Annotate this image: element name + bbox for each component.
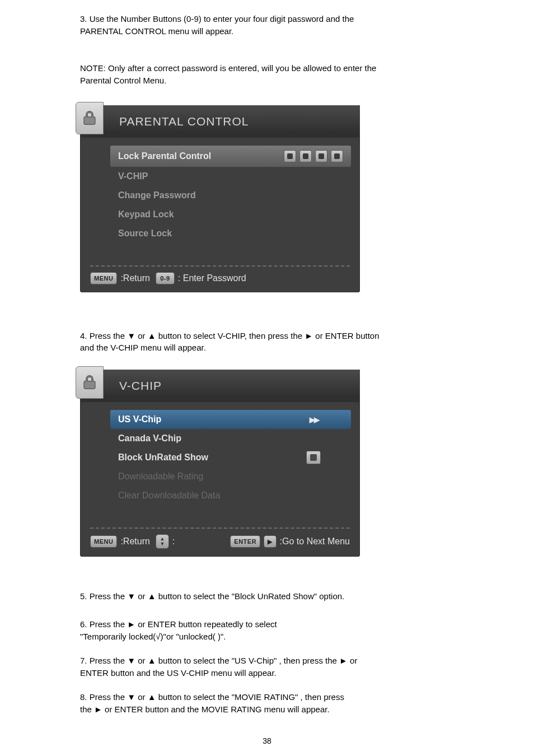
menu-item-label: Downloadable Rating (118, 472, 343, 482)
step-8-line1: 8. Press the ▼ or ▲ button to select the… (80, 692, 500, 703)
menu-item-block-unrated[interactable]: Block UnRated Show (118, 448, 343, 467)
menu-item-label: US V-Chip (118, 414, 310, 424)
go-next-label: :Go to Next Menu (280, 536, 350, 547)
menu-item-downloadable-rating: Downloadable Rating (118, 467, 343, 486)
menu-item-keypad-lock[interactable]: Keypad Lock (118, 205, 343, 224)
step-3-line1: 3. Use the Number Buttons (0-9) to enter… (80, 13, 461, 25)
password-box-3[interactable] (315, 150, 327, 162)
menu-item-label: Change Password (118, 190, 343, 200)
password-box-2[interactable] (299, 150, 312, 162)
enter-keycap: ENTER (230, 535, 260, 548)
password-box-1[interactable] (284, 150, 296, 162)
osd1-divider (90, 265, 350, 267)
page-number: 38 (0, 736, 534, 746)
menu-item-canada-vchip[interactable]: Canada V-Chip (118, 429, 343, 448)
updown-keycap: ▲ ▼ (156, 534, 169, 549)
checkbox-indicator[interactable] (306, 451, 321, 464)
menu-item-label: Lock Parental Control (118, 151, 284, 161)
step-6-line2: "Temporarily locked(√)"or "unlocked( )". (80, 631, 500, 642)
password-box-4[interactable] (331, 150, 343, 162)
lock-tab-icon (76, 102, 104, 134)
down-triangle-icon: ▼ (160, 542, 165, 547)
lock-tab-icon (76, 366, 104, 399)
osd2-items: US V-Chip ▶▶ Canada V-Chip Block UnRated… (80, 402, 360, 522)
step-3-note-line1: NOTE: Only after a correct password is e… (80, 63, 472, 74)
step-8-line2: the ► or ENTER button and the MOVIE RATI… (80, 704, 500, 715)
step-7-line2: ENTER button and the US V-CHIP menu will… (80, 668, 500, 679)
colon-label: : (172, 536, 175, 547)
step-4-line2: and the V-CHIP menu will appear. (80, 342, 500, 353)
osd1-header: PARENTAL CONTROL (80, 105, 360, 138)
step-6-line1: 6. Press the ► or ENTER button repeatedl… (80, 619, 500, 630)
osd2-header: V-CHIP (80, 370, 360, 402)
menu-item-source-lock[interactable]: Source Lock (118, 224, 343, 243)
step-4-line1: 4. Press the ▼ or ▲ button to select V-C… (80, 330, 500, 342)
step-3-line2: PARENTAL CONTROL menu will appear. (80, 26, 461, 37)
osd1-title: PARENTAL CONTROL (119, 115, 249, 128)
osd1-items: Lock Parental Control V-CHIP Change Pass… (80, 138, 360, 260)
menu-item-label: Canada V-Chip (118, 433, 343, 444)
osd2-title: V-CHIP (119, 379, 162, 393)
step-5: 5. Press the ▼ or ▲ button to select the… (80, 591, 500, 602)
menu-keycap: MENU (90, 535, 117, 548)
osd2-footer: MENU :Return ▲ ▼ : ENTER ▶ :Go to Next M… (80, 531, 360, 557)
lock-icon (81, 110, 98, 127)
return-label: :Return (120, 273, 149, 283)
menu-item-clear-downloadable: Clear Downloadable Data (118, 486, 343, 505)
osd-parental-control: PARENTAL CONTROL Lock Parental Control V… (80, 105, 360, 292)
step-3-note-line2: Parental Control Menu. (80, 75, 472, 86)
menu-keycap: MENU (90, 272, 117, 284)
menu-item-change-password[interactable]: Change Password (118, 186, 343, 205)
osd2-divider (90, 528, 350, 529)
osd1-footer: MENU :Return 0-9 : Enter Password (80, 269, 360, 292)
menu-item-vchip[interactable]: V-CHIP (118, 167, 343, 186)
menu-item-label: Clear Downloadable Data (118, 491, 343, 501)
menu-item-lock-parental[interactable]: Lock Parental Control (110, 146, 351, 167)
password-boxes (284, 150, 343, 162)
play-keycap: ▶ (264, 535, 277, 548)
menu-item-label: Source Lock (118, 228, 343, 239)
menu-item-label: Keypad Lock (118, 209, 343, 220)
submenu-arrow-icon: ▶▶ (310, 416, 318, 424)
lock-icon (81, 374, 98, 391)
enter-password-label: : Enter Password (178, 273, 246, 283)
menu-item-label: Block UnRated Show (118, 452, 306, 463)
osd-vchip: V-CHIP US V-Chip ▶▶ Canada V-Chip Block … (80, 370, 360, 557)
menu-item-label: V-CHIP (118, 171, 343, 181)
step-7-line1: 7. Press the ▼ or ▲ button to select the… (80, 655, 500, 666)
numeric-keycap: 0-9 (156, 272, 175, 284)
return-label: :Return (120, 536, 149, 547)
menu-item-us-vchip[interactable]: US V-Chip ▶▶ (110, 410, 351, 429)
